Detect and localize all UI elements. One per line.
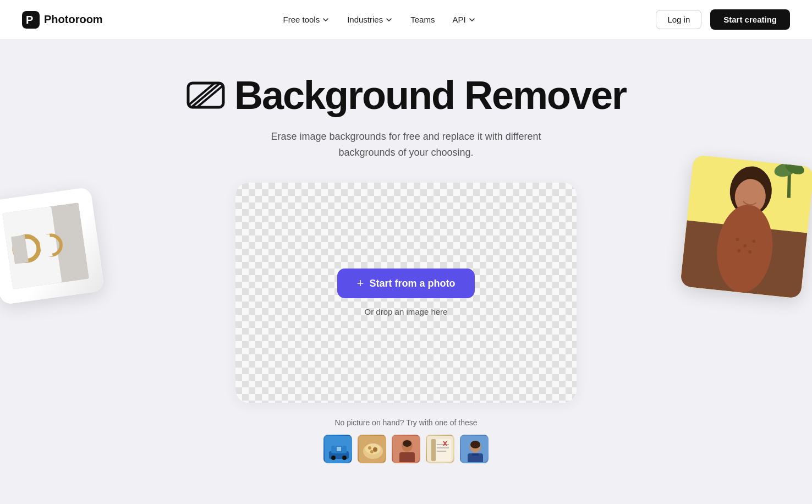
sample-thumb-food[interactable] [358, 435, 386, 463]
start-creating-button[interactable]: Start creating [710, 9, 790, 30]
svg-point-30 [342, 456, 347, 460]
nav-teams[interactable]: Teams [410, 15, 435, 24]
nav-industries[interactable]: Industries [347, 15, 393, 24]
background-remover-icon [186, 75, 226, 115]
svg-rect-40 [399, 452, 415, 463]
earrings-image [2, 202, 89, 289]
login-button[interactable]: Log in [656, 10, 701, 29]
navbar: P Photoroom Free tools Industries Teams … [0, 0, 812, 40]
chevron-down-icon [468, 16, 476, 24]
sample-label: No picture on hand? Try with one of thes… [323, 418, 489, 427]
drop-hint: Or drop an image here [365, 307, 448, 316]
upload-button[interactable]: + Start from a photo [337, 269, 475, 298]
nav-api[interactable]: API [452, 15, 475, 24]
nav-free-tools[interactable]: Free tools [283, 15, 330, 24]
svg-point-41 [403, 440, 412, 447]
svg-point-53 [470, 441, 480, 448]
sample-thumb-notebook[interactable] [426, 435, 454, 463]
plus-icon: + [357, 277, 364, 289]
person-image [680, 155, 812, 299]
svg-rect-31 [337, 447, 341, 451]
svg-text:P: P [26, 14, 33, 26]
svg-point-37 [370, 450, 374, 453]
chevron-down-icon [322, 16, 330, 24]
drop-zone[interactable]: + Start from a photo Or drop an image he… [235, 183, 577, 403]
svg-rect-54 [472, 453, 479, 456]
sample-thumb-car[interactable] [323, 435, 352, 463]
svg-line-25 [197, 85, 223, 107]
hero-subtitle: Erase image backgrounds for free and rep… [252, 129, 560, 161]
svg-line-23 [191, 83, 220, 107]
hero-section: Background Remover Erase image backgroun… [0, 40, 812, 485]
sample-thumb-person[interactable] [392, 435, 420, 463]
float-card-left [0, 187, 105, 305]
svg-point-36 [373, 447, 377, 452]
nav-actions: Log in Start creating [656, 9, 790, 30]
logo-link[interactable]: P Photoroom [22, 11, 103, 29]
logo-text: Photoroom [44, 13, 103, 26]
upload-button-label: Start from a photo [369, 278, 455, 289]
hero-title: Background Remover [186, 73, 626, 118]
svg-point-29 [331, 456, 336, 460]
page-title: Background Remover [234, 73, 626, 118]
chevron-down-icon [385, 16, 393, 24]
nav-links: Free tools Industries Teams API [283, 15, 475, 24]
logo-icon: P [22, 11, 40, 29]
sample-thumb-man[interactable] [460, 435, 489, 463]
sample-section: No picture on hand? Try with one of thes… [323, 418, 489, 463]
svg-rect-44 [431, 439, 436, 461]
sample-thumbs [323, 435, 489, 463]
svg-point-35 [368, 446, 371, 450]
float-card-right [680, 155, 812, 299]
